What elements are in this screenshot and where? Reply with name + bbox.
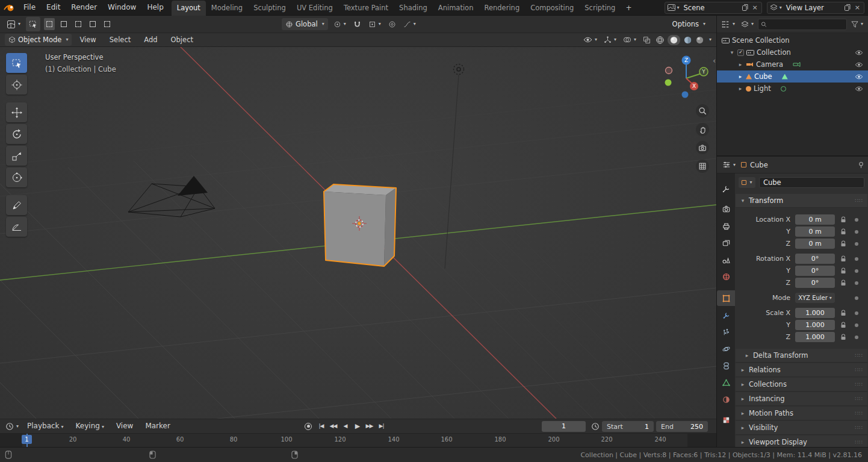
scale-tool[interactable] xyxy=(6,146,27,166)
scene-browse-icon[interactable]: ▾ xyxy=(668,4,680,11)
outliner-row-light[interactable]: ▸ Light xyxy=(717,83,868,95)
measure-tool[interactable] xyxy=(6,217,27,237)
light-object[interactable] xyxy=(445,64,464,269)
menu-help[interactable]: Help xyxy=(141,0,169,15)
tab-object-data[interactable] xyxy=(717,375,735,390)
workspace-tab-layout[interactable]: Layout xyxy=(172,1,206,16)
lock-icon[interactable] xyxy=(840,310,846,316)
hide-toggle-eye-icon[interactable] xyxy=(855,50,863,55)
location-z-field[interactable]: 0 m xyxy=(795,239,835,249)
camera-object[interactable] xyxy=(128,176,215,217)
animate-toggle[interactable] xyxy=(855,311,858,315)
frame-start-field[interactable]: Start 1 xyxy=(602,421,654,432)
hide-toggle-eye-icon[interactable] xyxy=(855,74,863,80)
new-scene-button[interactable] xyxy=(741,4,749,11)
timeline-view-menu[interactable]: View xyxy=(111,419,138,433)
outliner-filter-button[interactable]: ▾ xyxy=(849,18,865,30)
select-mode-new-button[interactable] xyxy=(44,18,55,30)
workspace-tab-uv-editing[interactable]: UV Editing xyxy=(291,1,338,16)
xray-toggle[interactable] xyxy=(641,34,653,46)
cursor-tool[interactable] xyxy=(6,75,27,95)
menu-select[interactable]: Select xyxy=(104,33,136,46)
workspace-tab-modeling[interactable]: Modeling xyxy=(206,1,248,16)
panel-grip-icon[interactable]: ∷∷ xyxy=(855,425,863,431)
tab-render[interactable] xyxy=(717,201,735,217)
next-keyframe-button[interactable]: ▶▶ xyxy=(364,419,374,433)
scale-x-field[interactable]: 1.000 xyxy=(795,308,835,318)
editor-type-button[interactable]: ▾ xyxy=(5,18,22,30)
outliner-row-scene-collection[interactable]: Scene Collection xyxy=(717,34,868,46)
expand-icon[interactable]: ▸ xyxy=(737,61,743,67)
panel-instancing[interactable]: ▸ Instancing ∷∷ xyxy=(736,392,867,406)
select-mode-subtract-button[interactable] xyxy=(73,18,84,30)
timeline-ruler[interactable]: 20 40 60 80 100 120 140 160 180 200 220 … xyxy=(0,433,716,447)
tab-particles[interactable] xyxy=(717,324,735,340)
animate-toggle[interactable] xyxy=(855,323,858,327)
pivot-point-select[interactable]: ▾ xyxy=(332,18,348,30)
workspace-tab-compositing[interactable]: Compositing xyxy=(525,1,579,16)
panel-grip-icon[interactable]: ∷∷ xyxy=(855,367,863,373)
properties-editor-type-button[interactable]: ▾ xyxy=(721,159,737,171)
tab-texture[interactable] xyxy=(717,412,735,428)
scale-y-field[interactable]: 1.000 xyxy=(795,320,835,330)
snap-toggle-button[interactable] xyxy=(352,18,363,30)
snap-target-select[interactable]: ▾ xyxy=(367,18,383,30)
tab-world[interactable] xyxy=(717,269,735,284)
location-y-field[interactable]: 0 m xyxy=(795,226,835,237)
proportional-falloff-select[interactable]: ▾ xyxy=(401,18,418,30)
workspace-tab-rendering[interactable]: Rendering xyxy=(479,1,525,16)
rotation-y-field[interactable]: 0° xyxy=(795,266,835,276)
frame-end-field[interactable]: End 250 xyxy=(656,421,708,432)
panel-grip-icon[interactable]: ∷∷ xyxy=(855,381,863,387)
tab-output[interactable] xyxy=(717,218,735,234)
object-id-select[interactable]: ▾ xyxy=(739,177,755,188)
menu-render[interactable]: Render xyxy=(66,0,102,15)
gizmos-toggle[interactable]: ▾ xyxy=(602,34,618,46)
panel-motion-paths[interactable]: ▸ Motion Paths ∷∷ xyxy=(736,407,867,420)
panel-visibility[interactable]: ▸ Visibility ∷∷ xyxy=(736,421,867,435)
options-button[interactable]: Options ▾ xyxy=(669,18,709,30)
add-workspace-button[interactable]: + xyxy=(621,1,636,16)
play-button[interactable]: ▶ xyxy=(352,419,362,433)
rotate-tool[interactable] xyxy=(6,124,27,144)
shading-wireframe-button[interactable] xyxy=(656,36,665,45)
object-visibility-select[interactable]: ▾ xyxy=(581,34,599,46)
playhead-frame-badge[interactable]: 1 xyxy=(22,435,32,444)
collection-checkbox[interactable]: ✓ xyxy=(737,49,744,56)
tab-object[interactable] xyxy=(717,290,735,306)
menu-add[interactable]: Add xyxy=(138,33,163,46)
panel-grip-icon[interactable]: ∷∷ xyxy=(855,410,863,416)
lock-icon[interactable] xyxy=(840,334,846,340)
move-tool[interactable] xyxy=(6,102,27,122)
viewport-3d[interactable]: User Perspective (1) Collection | Cube xyxy=(0,47,716,419)
menu-file[interactable]: File xyxy=(18,0,41,15)
menu-view[interactable]: View xyxy=(74,33,101,46)
remove-view-layer-button[interactable]: × xyxy=(854,4,861,11)
hide-toggle-eye-icon[interactable] xyxy=(855,86,863,92)
outliner-editor-type-button[interactable]: ▾ xyxy=(720,18,737,30)
lock-icon[interactable] xyxy=(840,279,846,286)
pan-hand-button[interactable] xyxy=(696,123,709,136)
auto-key-record-button[interactable] xyxy=(305,423,312,430)
outliner-search-input[interactable] xyxy=(769,20,844,28)
current-frame-field[interactable]: 1 xyxy=(542,421,586,432)
tab-physics[interactable] xyxy=(717,341,735,357)
panel-grip-icon[interactable]: ∷∷ xyxy=(855,352,863,358)
lock-icon[interactable] xyxy=(840,240,846,247)
workspace-tab-texture-paint[interactable]: Texture Paint xyxy=(338,1,394,16)
workspace-tab-animation[interactable]: Animation xyxy=(433,1,479,16)
menu-window[interactable]: Window xyxy=(102,0,141,15)
rotation-z-field[interactable]: 0° xyxy=(795,278,835,288)
select-mode-intersect-button[interactable] xyxy=(102,18,113,30)
tab-scene[interactable] xyxy=(717,252,735,267)
workspace-tab-shading[interactable]: Shading xyxy=(394,1,433,16)
jump-to-end-button[interactable]: ▶| xyxy=(376,419,386,433)
expand-icon[interactable]: ▸ xyxy=(737,73,743,80)
annotate-tool[interactable] xyxy=(6,195,27,215)
select-box-tool[interactable] xyxy=(6,53,27,73)
shading-material-button[interactable] xyxy=(683,36,692,45)
lock-icon[interactable] xyxy=(840,267,846,274)
pin-icon[interactable] xyxy=(858,161,864,169)
shading-solid-button[interactable] xyxy=(668,35,680,45)
location-x-field[interactable]: 0 m xyxy=(795,214,835,225)
